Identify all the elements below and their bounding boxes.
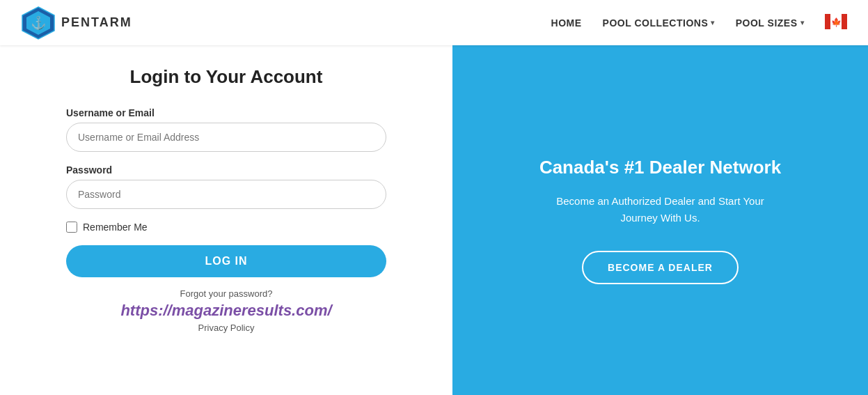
page-title: Login to Your Account xyxy=(130,66,323,88)
logo-icon: ⚓ xyxy=(21,6,56,40)
remember-me-label: Remember Me xyxy=(83,222,148,233)
password-group: Password xyxy=(66,164,386,209)
login-panel: Login to Your Account Username or Email … xyxy=(0,45,452,395)
username-group: Username or Email xyxy=(66,107,386,152)
become-dealer-button[interactable]: BECOME A DEALER xyxy=(582,251,739,284)
main-content: Login to Your Account Username or Email … xyxy=(0,45,868,395)
svg-text:🍁: 🍁 xyxy=(831,17,842,27)
dealer-subtitle: Become an Authorized Dealer and Start Yo… xyxy=(542,193,779,226)
dealer-panel: Canada's #1 Dealer Network Become an Aut… xyxy=(452,45,868,395)
remember-me-checkbox[interactable] xyxy=(66,222,77,233)
nav-pool-sizes[interactable]: POOL SIZES ▾ xyxy=(736,17,804,29)
remember-me-row: Remember Me xyxy=(66,222,386,233)
canada-flag-icon: 🍁 xyxy=(825,14,847,32)
dealer-title: Canada's #1 Dealer Network xyxy=(539,156,781,180)
svg-text:⚓: ⚓ xyxy=(31,15,47,31)
svg-rect-4 xyxy=(825,14,830,29)
logo-text: PENTARM xyxy=(61,15,132,30)
watermark-link[interactable]: https://magazineresults.com/ xyxy=(120,302,331,320)
nav-pool-collections[interactable]: POOL COLLECTIONS ▾ xyxy=(603,17,715,29)
password-input[interactable] xyxy=(66,180,386,209)
login-button[interactable]: LOG IN xyxy=(66,245,386,277)
chevron-down-icon: ▾ xyxy=(800,19,805,26)
nav-links: HOME POOL COLLECTIONS ▾ POOL SIZES ▾ 🍁 xyxy=(551,14,847,32)
forgot-password-link[interactable]: Forgot your password? xyxy=(180,288,273,299)
password-label: Password xyxy=(66,164,386,176)
navbar: ⚓ PENTARM HOME POOL COLLECTIONS ▾ POOL S… xyxy=(0,0,868,45)
username-input[interactable] xyxy=(66,123,386,152)
privacy-policy-link[interactable]: Privacy Policy xyxy=(198,323,255,333)
username-label: Username or Email xyxy=(66,107,386,118)
chevron-down-icon: ▾ xyxy=(711,19,715,26)
nav-home[interactable]: HOME xyxy=(551,17,582,29)
svg-rect-5 xyxy=(842,14,847,29)
logo-link[interactable]: ⚓ PENTARM xyxy=(21,6,132,40)
